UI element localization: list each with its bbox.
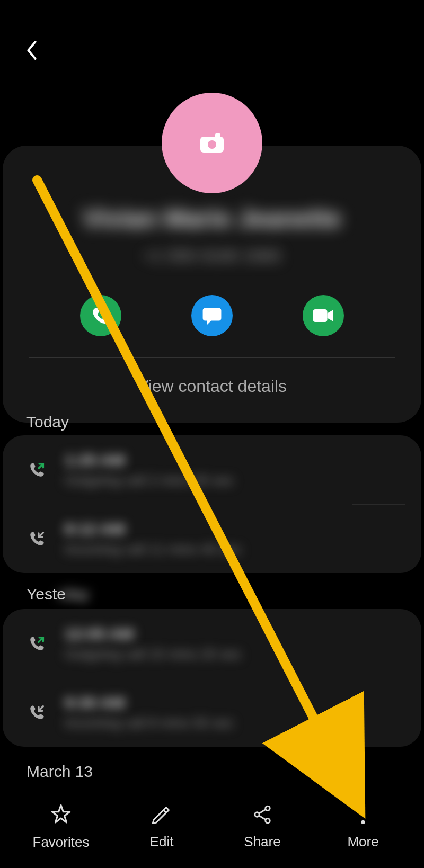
- section-header-yesterday-blurred: rday: [58, 585, 89, 603]
- contact-phone: +1 555 0100 1583: [29, 246, 395, 266]
- call-detail: Outgoing call 2 mins 30 sec: [65, 472, 398, 489]
- incoming-call-icon: [26, 703, 48, 721]
- call-detail: Incoming call 8 mins 50 sec: [65, 715, 398, 731]
- call-log-item[interactable]: 1:25 AM Outgoing call 2 mins 30 sec: [3, 435, 421, 504]
- svg-rect-1: [215, 133, 220, 138]
- nav-edit[interactable]: Edit: [111, 804, 212, 850]
- row-divider: [352, 678, 405, 678]
- call-detail: Outgoing call 15 mins 20 sec: [65, 646, 398, 663]
- svg-rect-3: [313, 309, 328, 322]
- call-log-item[interactable]: 8:12 AM Incoming call 11 mins 40 sec: [3, 504, 421, 573]
- video-icon: [312, 308, 334, 324]
- divider: [29, 357, 395, 358]
- nav-more[interactable]: More: [313, 804, 413, 850]
- back-button[interactable]: [24, 40, 45, 61]
- call-time: 9:30 AM: [65, 694, 398, 712]
- contact-name: Vivian Marie Jeanette: [29, 204, 395, 233]
- nav-label: Edit: [150, 834, 174, 850]
- message-button[interactable]: [191, 295, 233, 336]
- video-call-button[interactable]: [303, 295, 344, 336]
- svg-point-9: [361, 820, 365, 824]
- call-button[interactable]: [80, 295, 121, 336]
- nav-favorites[interactable]: Favorites: [11, 803, 111, 851]
- phone-icon: [91, 306, 110, 325]
- svg-point-2: [208, 140, 216, 149]
- section-header-march: March 13: [26, 763, 93, 781]
- chevron-left-icon: [24, 40, 40, 61]
- pencil-icon: [151, 804, 172, 825]
- svg-point-7: [361, 805, 365, 809]
- incoming-call-icon: [26, 530, 48, 548]
- nav-share[interactable]: Share: [212, 804, 313, 850]
- call-log-item[interactable]: 12:05 AM Outgoing call 15 mins 20 sec: [3, 609, 421, 678]
- call-detail: Incoming call 11 mins 40 sec: [65, 541, 398, 558]
- share-icon: [252, 804, 273, 825]
- call-group-yesterday: 12:05 AM Outgoing call 15 mins 20 sec 9:…: [3, 609, 421, 747]
- bottom-navigation: Favorites Edit Share More: [0, 786, 424, 868]
- avatar[interactable]: [162, 93, 262, 193]
- view-contact-details-button[interactable]: View contact details: [29, 377, 395, 401]
- outgoing-call-icon: [26, 461, 48, 479]
- star-icon: [50, 803, 72, 826]
- camera-icon: [199, 132, 225, 154]
- nav-label: More: [347, 834, 378, 850]
- message-icon: [202, 306, 222, 325]
- nav-label: Share: [244, 834, 280, 850]
- call-group-today: 1:25 AM Outgoing call 2 mins 30 sec 8:12…: [3, 435, 421, 573]
- call-time: 1:25 AM: [65, 451, 398, 469]
- action-buttons: [29, 295, 395, 336]
- section-header-today: Today: [26, 413, 69, 431]
- svg-point-8: [361, 812, 365, 816]
- call-time: 8:12 AM: [65, 520, 398, 538]
- nav-label: Favorites: [33, 834, 90, 851]
- call-log-item[interactable]: 9:30 AM Incoming call 8 mins 50 sec: [3, 678, 421, 747]
- outgoing-call-icon: [26, 634, 48, 652]
- row-divider: [352, 504, 405, 505]
- call-time: 12:05 AM: [65, 625, 398, 643]
- more-icon: [360, 804, 366, 825]
